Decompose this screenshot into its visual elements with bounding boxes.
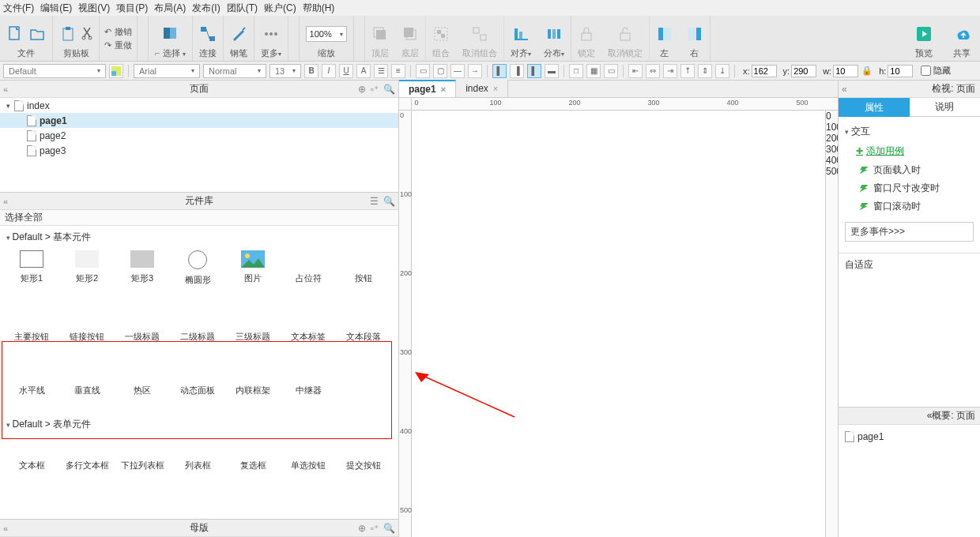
- widget-textfield[interactable]: 文本框: [5, 437, 58, 482]
- event-resize[interactable]: 窗口尺寸改变时: [845, 179, 974, 197]
- y-input[interactable]: [791, 65, 816, 77]
- menu-view[interactable]: 视图(V): [78, 2, 110, 15]
- bold-button[interactable]: B: [304, 64, 318, 78]
- tool-right[interactable]: 右: [680, 16, 710, 61]
- border-inner-button[interactable]: ▦: [586, 64, 601, 78]
- widget-checkbox[interactable]: 复选框: [226, 437, 280, 482]
- zoom-input[interactable]: 100%▾: [306, 26, 347, 42]
- line-spacing-button[interactable]: ☰: [374, 64, 388, 78]
- add-case-link[interactable]: 添加用例: [845, 141, 974, 161]
- tool-distribute[interactable]: 分布▾: [537, 16, 571, 61]
- menu-layout[interactable]: 布局(A): [154, 2, 186, 15]
- close-icon[interactable]: ×: [441, 84, 446, 94]
- tab-notes[interactable]: 说明: [910, 98, 981, 117]
- menu-account[interactable]: 账户(C): [264, 2, 296, 15]
- search-icon[interactable]: 🔍: [383, 84, 395, 95]
- widget-listbox[interactable]: 列表框: [171, 437, 224, 482]
- add-page-icon[interactable]: ▫⁺: [371, 84, 379, 95]
- halign-c-button[interactable]: ⇔: [646, 64, 660, 78]
- widget-repeater[interactable]: 中继器: [281, 362, 335, 407]
- widget-primary-btn[interactable]: 主要按钮: [5, 309, 58, 353]
- add-folder-icon[interactable]: ⊕: [358, 84, 366, 95]
- widget-ellipse[interactable]: 椭圆形: [171, 250, 224, 295]
- tool-zoom[interactable]: 100%▾ 缩放: [300, 16, 354, 61]
- search-icon[interactable]: 🔍: [383, 196, 395, 207]
- valign-b-button[interactable]: ⤓: [715, 64, 729, 78]
- tool-select[interactable]: ⌐ 选择 ▾: [149, 16, 193, 61]
- tool-ungroup[interactable]: 取消组合: [456, 16, 504, 61]
- border-button[interactable]: ▢: [433, 64, 447, 78]
- menu-help[interactable]: 帮助(H): [303, 2, 335, 15]
- tree-root[interactable]: ▾index: [0, 98, 398, 113]
- bullets-button[interactable]: ≡: [391, 64, 405, 78]
- tool-clipboard[interactable]: 剪贴板: [53, 16, 100, 61]
- underline-button[interactable]: U: [339, 64, 353, 78]
- tool-more[interactable]: 更多▾: [254, 16, 288, 61]
- redo-button[interactable]: ↷重做: [104, 39, 132, 51]
- widget-image[interactable]: 图片: [226, 250, 280, 295]
- padding-button[interactable]: ▭: [604, 64, 618, 78]
- widget-dynpanel[interactable]: 动态面板: [171, 362, 224, 407]
- size-dropdown[interactable]: 13▾: [270, 64, 301, 78]
- widget-vline[interactable]: 垂直线: [60, 362, 114, 407]
- collapse-icon[interactable]: «: [3, 84, 8, 94]
- tree-page1[interactable]: page1: [0, 113, 398, 128]
- add-folder-icon[interactable]: ⊕: [358, 523, 366, 534]
- x-input[interactable]: [752, 65, 777, 77]
- widget-placeholder[interactable]: 占位符: [281, 250, 335, 295]
- widget-hline[interactable]: 水平线: [5, 362, 58, 407]
- widget-dropdown[interactable]: 下拉列表框: [115, 437, 169, 482]
- widget-submit[interactable]: 提交按钮: [337, 437, 390, 482]
- widget-radio[interactable]: 单选按钮: [281, 437, 335, 482]
- widget-h3[interactable]: 三级标题: [226, 309, 280, 353]
- tree-page2[interactable]: page2: [0, 128, 398, 143]
- menu-project[interactable]: 项目(P): [116, 2, 148, 15]
- text-color-button[interactable]: A: [356, 64, 371, 78]
- widget-hotspot[interactable]: 热区: [115, 362, 169, 407]
- align-right-button[interactable]: ▌: [527, 64, 541, 78]
- lib-category-form[interactable]: Default > 表单元件: [0, 413, 398, 434]
- tool-back[interactable]: 底层: [395, 16, 426, 61]
- valign-m-button[interactable]: ⇕: [698, 64, 712, 78]
- valign-t-button[interactable]: ⤒: [680, 64, 695, 78]
- menu-edit[interactable]: 编辑(E): [40, 2, 72, 15]
- widget-rect1[interactable]: 矩形1: [5, 250, 58, 295]
- add-master-icon[interactable]: ▫⁺: [371, 523, 379, 534]
- menu-publish[interactable]: 发布(I): [192, 2, 220, 15]
- library-select[interactable]: 选择全部: [0, 210, 398, 226]
- search-icon[interactable]: 🔍: [383, 523, 395, 534]
- lib-menu-icon[interactable]: ☰: [370, 196, 379, 207]
- widget-button[interactable]: 按钮: [337, 250, 390, 295]
- outline-root[interactable]: page1: [845, 430, 974, 445]
- tab-index[interactable]: index×: [456, 80, 508, 97]
- tool-connect[interactable]: 连接: [193, 16, 224, 61]
- event-page-load[interactable]: 页面载入时: [845, 161, 974, 179]
- tool-group[interactable]: 组合: [426, 16, 456, 61]
- collapse-icon[interactable]: «: [927, 410, 933, 421]
- arrow-button[interactable]: →: [468, 64, 482, 78]
- share-button[interactable]: 共享: [947, 16, 977, 61]
- collapse-icon[interactable]: «: [842, 84, 847, 95]
- weight-dropdown[interactable]: Normal▾: [203, 64, 266, 78]
- tab-properties[interactable]: 属性: [839, 98, 910, 117]
- widget-rect2[interactable]: 矩形2: [60, 250, 114, 295]
- menu-team[interactable]: 团队(T): [227, 2, 258, 15]
- tool-file[interactable]: 文件: [0, 16, 53, 61]
- close-icon[interactable]: ×: [493, 84, 498, 93]
- widget-h1[interactable]: 一级标题: [115, 309, 169, 353]
- widget-link-btn[interactable]: 链接按钮: [60, 309, 114, 353]
- tool-left[interactable]: 左: [650, 16, 680, 61]
- tab-page1[interactable]: page1×: [399, 80, 456, 97]
- border-outer-button[interactable]: □: [569, 64, 583, 78]
- widget-paragraph[interactable]: 文本段落: [337, 309, 390, 353]
- tool-front[interactable]: 顶层: [365, 16, 395, 61]
- widget-label[interactable]: 文本标签: [281, 309, 335, 353]
- halign-r-button[interactable]: ⇥: [663, 64, 677, 78]
- event-scroll[interactable]: 窗口滚动时: [845, 197, 974, 216]
- valign-button[interactable]: ▬: [545, 64, 559, 78]
- widget-h2[interactable]: 二级标题: [171, 309, 224, 353]
- tool-unlock[interactable]: 取消锁定: [601, 16, 650, 61]
- fill-button[interactable]: ▭: [416, 64, 430, 78]
- interactions-section[interactable]: 交互: [845, 122, 974, 141]
- italic-button[interactable]: I: [322, 64, 336, 78]
